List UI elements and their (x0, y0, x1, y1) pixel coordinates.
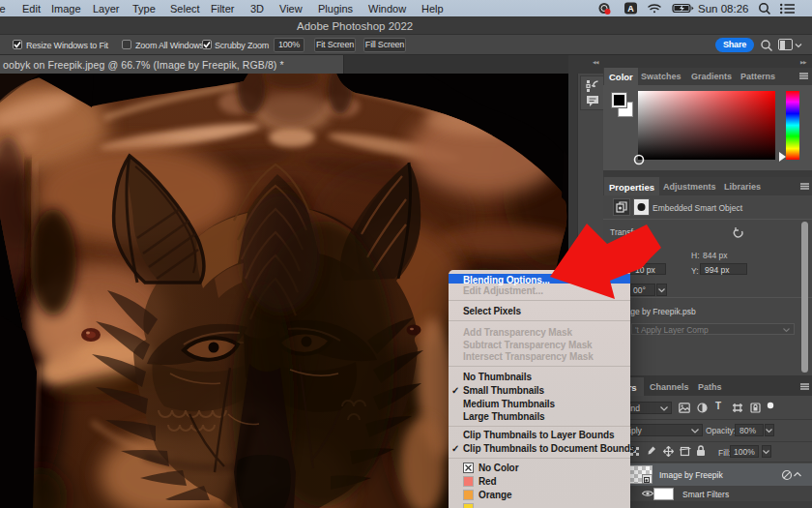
svg-text:Sun 08:26: Sun 08:26 (698, 3, 748, 15)
svg-text:A: A (627, 4, 634, 14)
